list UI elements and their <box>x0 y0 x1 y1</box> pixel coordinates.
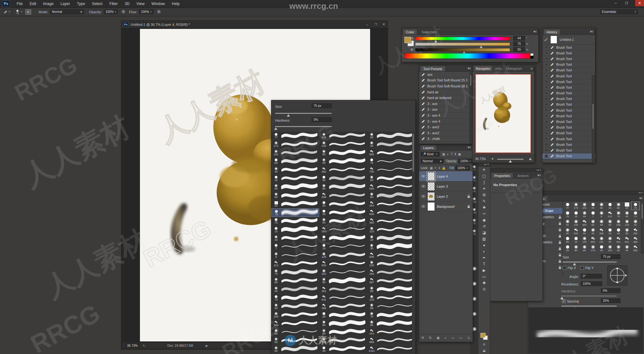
layer-thumbnail[interactable] <box>427 182 435 191</box>
brush-stroke-item[interactable]: 60 <box>271 183 319 191</box>
brush-stroke-item[interactable]: 7 <box>271 243 319 251</box>
color-chips[interactable] <box>480 333 487 340</box>
layer-mask-icon[interactable]: ▣ <box>436 336 439 340</box>
zoom-in-mountains-icon[interactable]: ⛰ <box>529 157 532 161</box>
brush-stroke-item[interactable]: 254 <box>367 200 415 208</box>
brush-tip-item[interactable]: 641 <box>623 235 631 244</box>
menu-3d[interactable]: 3D <box>121 0 133 8</box>
brush-stroke-item[interactable]: 55 <box>319 174 367 183</box>
slider-ramp[interactable] <box>415 37 510 40</box>
brush-stroke-item[interactable]: 641 <box>319 294 367 302</box>
history-source-checkbox[interactable] <box>545 137 548 141</box>
airbrush-icon[interactable]: ✇ <box>157 9 161 14</box>
layers-opacity-field[interactable]: 100%▾ <box>458 159 473 163</box>
tab-swatches[interactable]: Swatches <box>418 29 440 35</box>
gradient-tool[interactable]: ▧ <box>478 236 490 242</box>
close-button[interactable]: ✕ <box>635 0 644 6</box>
menu-file[interactable]: File <box>13 0 26 8</box>
brush-stroke-item[interactable]: 80 <box>319 319 367 328</box>
layer-visibility-eye-icon[interactable] <box>421 175 425 178</box>
brush-stroke-item[interactable]: 40 <box>367 140 415 149</box>
status-flyout-arrow[interactable]: ▶ <box>206 344 208 347</box>
history-brush-tool[interactable]: ↺ <box>478 223 490 230</box>
brush-tip-item[interactable]: 45 <box>614 227 623 235</box>
brush-stroke-item[interactable]: 1411 <box>367 345 415 354</box>
panel-menu-icon[interactable]: ▾≡ <box>588 29 595 35</box>
brush-tip-item[interactable]: 7 <box>589 210 597 218</box>
history-step[interactable]: Brush Tool <box>542 119 595 124</box>
brush-stroke-item[interactable]: 292 <box>319 166 367 174</box>
brush-tip-item[interactable]: 93 <box>589 202 597 210</box>
delete-layer-icon[interactable]: ♺ <box>467 336 470 340</box>
brush-stroke-item[interactable]: 250 <box>367 268 415 277</box>
brush-picker-arrow[interactable]: ▾ <box>21 10 22 13</box>
popup-scrollbar[interactable] <box>412 132 415 353</box>
brush-stroke-item[interactable]: 360 <box>367 217 415 225</box>
tab-info[interactable]: Info <box>494 65 503 71</box>
layer-filter-select[interactable]: 🔎Kind⇕ <box>421 152 440 157</box>
brush-stroke-item[interactable]: 45 <box>319 345 367 354</box>
history-step[interactable]: Brush Tool <box>542 102 595 108</box>
size-field[interactable]: 75 px <box>312 103 332 108</box>
history-source-checkbox[interactable] <box>545 46 548 49</box>
history-source-checkbox[interactable] <box>545 154 548 158</box>
brush-stroke-item[interactable]: 40 <box>271 166 319 174</box>
move-tool[interactable]: ✛ <box>478 167 490 173</box>
menu-filter[interactable]: Filter <box>106 0 121 8</box>
restore-button[interactable]: ❐ <box>622 0 631 6</box>
zoom-out-mountains-icon[interactable]: ⛰ <box>491 157 494 160</box>
link-layers-icon[interactable]: ⧉ <box>422 336 424 340</box>
tool-preset-arrow[interactable]: ▾ <box>9 10 10 13</box>
brush-stroke-item[interactable]: 100 <box>319 132 367 140</box>
dodge-tool[interactable]: ◐ <box>478 248 490 255</box>
slider-value[interactable]: 44 <box>513 36 525 41</box>
layer-group-icon[interactable]: ▱ <box>452 336 454 340</box>
fill-field[interactable]: 100%▾ <box>455 166 470 170</box>
tool-preset-item[interactable]: hard air textured <box>419 95 473 101</box>
brush-stroke-item[interactable]: 172 <box>271 140 319 149</box>
brush-tip-item[interactable]: 50 <box>597 218 606 227</box>
brush-tip-item[interactable]: 19 <box>572 235 580 244</box>
history-source-checkbox[interactable] <box>545 69 548 72</box>
brush-tip-item[interactable]: 60 <box>614 202 623 210</box>
brush-tip-item[interactable]: 125 <box>580 235 589 244</box>
menu-help[interactable]: Help <box>168 0 183 8</box>
brush-stroke-item[interactable]: 125 <box>367 294 415 302</box>
layers-blend-select[interactable]: Normal◆ <box>421 159 444 163</box>
brush-stroke-item[interactable]: 550 <box>367 183 415 191</box>
screen-mode-icon[interactable]: ⬓ <box>478 347 490 354</box>
adjustment-layer-icon[interactable]: ◐ <box>445 336 447 340</box>
doc-maximize-icon[interactable]: ❐ <box>375 23 377 26</box>
menu-image[interactable]: Image <box>40 0 57 8</box>
flip-y-checkbox[interactable] <box>580 266 584 270</box>
brush-stroke-item[interactable]: 40 <box>319 157 367 166</box>
brush-tip-item[interactable]: 212 <box>606 210 614 218</box>
brush-tip-item[interactable]: 500 <box>580 218 589 227</box>
healing-brush-tool[interactable]: ✚ <box>478 204 490 211</box>
brush-tip-item[interactable]: 40 <box>623 210 631 218</box>
brush-stroke-item[interactable]: 75 <box>271 217 319 225</box>
brush-stroke-item[interactable]: 65 <box>319 234 367 243</box>
refresh-icon[interactable]: ↻ <box>143 344 145 347</box>
brush-tip-item[interactable]: 60 <box>589 218 597 227</box>
history-step[interactable]: Brush Tool <box>542 79 595 85</box>
brush-stroke-item[interactable]: 500 <box>367 251 415 260</box>
layer-visibility-eye-icon[interactable] <box>421 195 425 198</box>
size-slider[interactable] <box>563 262 617 263</box>
history-step[interactable]: Brush Tool <box>542 50 595 56</box>
brush-tip-item[interactable]: 301 <box>614 235 623 244</box>
layer-row-layer-3[interactable]: Layer 3 <box>419 181 473 191</box>
brush-stroke-item[interactable]: 88 <box>367 285 415 294</box>
brush-tip-item[interactable]: 308 <box>597 227 606 235</box>
tab-properties[interactable]: Properties <box>491 173 513 178</box>
brush-tool-icon[interactable]: ✑ <box>3 9 9 15</box>
history-source-checkbox[interactable] <box>545 80 548 83</box>
history-source-checkbox[interactable] <box>545 114 548 118</box>
brush-tip-item[interactable]: 40 <box>563 218 572 227</box>
spacing-checkbox[interactable]: ✓ <box>562 299 566 303</box>
layer-visibility-eye-icon[interactable] <box>421 205 425 208</box>
tab-layers[interactable]: Layers <box>420 145 437 150</box>
magic-wand-tool[interactable]: ✶ <box>478 185 490 192</box>
panel-menu-icon[interactable]: ▾≡ <box>531 29 538 35</box>
blend-mode-select[interactable]: Normal◆ <box>50 9 84 14</box>
